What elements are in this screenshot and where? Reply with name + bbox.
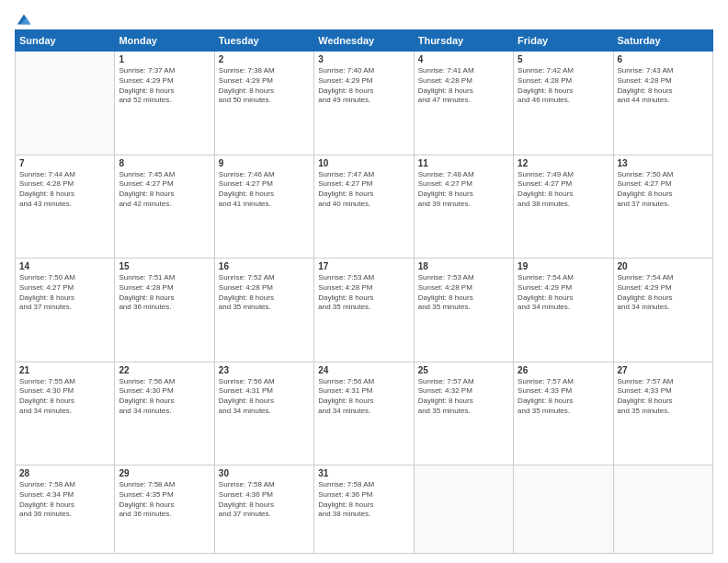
day-info: Sunrise: 7:49 AM Sunset: 4:27 PM Dayligh… [518, 170, 609, 210]
day-cell: 3Sunrise: 7:40 AM Sunset: 4:29 PM Daylig… [314, 52, 414, 155]
day-info: Sunrise: 7:57 AM Sunset: 4:33 PM Dayligh… [518, 377, 609, 417]
day-info: Sunrise: 7:48 AM Sunset: 4:27 PM Dayligh… [418, 170, 509, 210]
day-info: Sunrise: 7:56 AM Sunset: 4:31 PM Dayligh… [219, 377, 310, 417]
day-number: 10 [318, 158, 409, 168]
day-number: 12 [518, 158, 609, 168]
day-number: 3 [318, 54, 409, 64]
day-info: Sunrise: 7:53 AM Sunset: 4:28 PM Dayligh… [418, 273, 509, 313]
day-number: 9 [219, 158, 310, 168]
day-number: 17 [318, 261, 409, 271]
day-info: Sunrise: 7:42 AM Sunset: 4:28 PM Dayligh… [518, 66, 609, 106]
day-info: Sunrise: 7:37 AM Sunset: 4:29 PM Dayligh… [119, 66, 210, 106]
day-number: 22 [119, 365, 210, 375]
day-cell [613, 465, 712, 554]
day-cell: 16Sunrise: 7:52 AM Sunset: 4:28 PM Dayli… [214, 259, 313, 362]
day-cell: 25Sunrise: 7:57 AM Sunset: 4:32 PM Dayli… [414, 362, 513, 465]
day-cell: 1Sunrise: 7:37 AM Sunset: 4:29 PM Daylig… [115, 52, 214, 155]
day-number: 8 [119, 158, 210, 168]
day-info: Sunrise: 7:45 AM Sunset: 4:27 PM Dayligh… [119, 170, 210, 210]
day-cell: 28Sunrise: 7:58 AM Sunset: 4:34 PM Dayli… [16, 465, 115, 554]
day-number: 21 [19, 365, 110, 375]
logo-icon [16, 11, 32, 28]
col-header-tuesday: Tuesday [214, 30, 313, 52]
col-header-thursday: Thursday [414, 30, 513, 52]
day-cell [514, 465, 613, 554]
day-number: 14 [19, 261, 110, 271]
day-cell: 5Sunrise: 7:42 AM Sunset: 4:28 PM Daylig… [514, 52, 613, 155]
day-number: 27 [618, 365, 709, 375]
day-number: 18 [418, 261, 509, 271]
day-cell: 11Sunrise: 7:48 AM Sunset: 4:27 PM Dayli… [414, 155, 513, 259]
day-number: 4 [418, 54, 509, 64]
day-info: Sunrise: 7:51 AM Sunset: 4:28 PM Dayligh… [119, 273, 210, 313]
day-info: Sunrise: 7:54 AM Sunset: 4:29 PM Dayligh… [618, 273, 709, 313]
day-cell: 26Sunrise: 7:57 AM Sunset: 4:33 PM Dayli… [514, 362, 613, 465]
day-number: 19 [518, 261, 609, 271]
week-row-3: 14Sunrise: 7:50 AM Sunset: 4:27 PM Dayli… [16, 259, 713, 362]
header-row: SundayMondayTuesdayWednesdayThursdayFrid… [16, 30, 713, 52]
week-row-1: 1Sunrise: 7:37 AM Sunset: 4:29 PM Daylig… [16, 52, 713, 155]
day-info: Sunrise: 7:54 AM Sunset: 4:29 PM Dayligh… [518, 273, 609, 313]
day-info: Sunrise: 7:58 AM Sunset: 4:35 PM Dayligh… [119, 480, 210, 520]
day-cell: 30Sunrise: 7:58 AM Sunset: 4:36 PM Dayli… [214, 465, 313, 554]
day-info: Sunrise: 7:58 AM Sunset: 4:36 PM Dayligh… [219, 480, 310, 520]
day-cell: 19Sunrise: 7:54 AM Sunset: 4:29 PM Dayli… [514, 259, 613, 362]
day-cell [16, 52, 115, 155]
day-cell [414, 465, 513, 554]
day-info: Sunrise: 7:38 AM Sunset: 4:29 PM Dayligh… [219, 66, 310, 106]
day-info: Sunrise: 7:50 AM Sunset: 4:27 PM Dayligh… [618, 170, 709, 210]
day-number: 31 [318, 468, 409, 478]
day-cell: 10Sunrise: 7:47 AM Sunset: 4:27 PM Dayli… [314, 155, 414, 259]
day-cell: 2Sunrise: 7:38 AM Sunset: 4:29 PM Daylig… [214, 52, 313, 155]
day-number: 15 [119, 261, 210, 271]
day-cell: 6Sunrise: 7:43 AM Sunset: 4:28 PM Daylig… [613, 52, 712, 155]
day-cell: 15Sunrise: 7:51 AM Sunset: 4:28 PM Dayli… [115, 259, 214, 362]
day-number: 13 [618, 158, 709, 168]
header [15, 11, 713, 24]
day-cell: 12Sunrise: 7:49 AM Sunset: 4:27 PM Dayli… [514, 155, 613, 259]
day-cell: 31Sunrise: 7:58 AM Sunset: 4:36 PM Dayli… [314, 465, 414, 554]
day-cell: 14Sunrise: 7:50 AM Sunset: 4:27 PM Dayli… [16, 259, 115, 362]
day-cell: 8Sunrise: 7:45 AM Sunset: 4:27 PM Daylig… [115, 155, 214, 259]
day-info: Sunrise: 7:50 AM Sunset: 4:27 PM Dayligh… [19, 273, 110, 313]
col-header-monday: Monday [115, 30, 214, 52]
day-info: Sunrise: 7:43 AM Sunset: 4:28 PM Dayligh… [618, 66, 709, 106]
day-cell: 18Sunrise: 7:53 AM Sunset: 4:28 PM Dayli… [414, 259, 513, 362]
day-info: Sunrise: 7:53 AM Sunset: 4:28 PM Dayligh… [318, 273, 409, 313]
day-cell: 20Sunrise: 7:54 AM Sunset: 4:29 PM Dayli… [613, 259, 712, 362]
day-cell: 29Sunrise: 7:58 AM Sunset: 4:35 PM Dayli… [115, 465, 214, 554]
week-row-2: 7Sunrise: 7:44 AM Sunset: 4:28 PM Daylig… [16, 155, 713, 259]
day-info: Sunrise: 7:46 AM Sunset: 4:27 PM Dayligh… [219, 170, 310, 210]
col-header-sunday: Sunday [16, 30, 115, 52]
day-info: Sunrise: 7:52 AM Sunset: 4:28 PM Dayligh… [219, 273, 310, 313]
day-info: Sunrise: 7:47 AM Sunset: 4:27 PM Dayligh… [318, 170, 409, 210]
calendar-table: SundayMondayTuesdayWednesdayThursdayFrid… [15, 29, 713, 554]
week-row-4: 21Sunrise: 7:55 AM Sunset: 4:30 PM Dayli… [16, 362, 713, 465]
day-info: Sunrise: 7:55 AM Sunset: 4:30 PM Dayligh… [19, 377, 110, 417]
day-cell: 27Sunrise: 7:57 AM Sunset: 4:33 PM Dayli… [613, 362, 712, 465]
logo [15, 11, 32, 24]
day-info: Sunrise: 7:58 AM Sunset: 4:36 PM Dayligh… [318, 480, 409, 520]
day-cell: 13Sunrise: 7:50 AM Sunset: 4:27 PM Dayli… [613, 155, 712, 259]
day-info: Sunrise: 7:58 AM Sunset: 4:34 PM Dayligh… [19, 480, 110, 520]
day-number: 28 [19, 468, 110, 478]
col-header-friday: Friday [514, 30, 613, 52]
day-info: Sunrise: 7:56 AM Sunset: 4:31 PM Dayligh… [318, 377, 409, 417]
day-cell: 22Sunrise: 7:56 AM Sunset: 4:30 PM Dayli… [115, 362, 214, 465]
day-cell: 21Sunrise: 7:55 AM Sunset: 4:30 PM Dayli… [16, 362, 115, 465]
day-number: 16 [219, 261, 310, 271]
day-cell: 9Sunrise: 7:46 AM Sunset: 4:27 PM Daylig… [214, 155, 313, 259]
day-number: 24 [318, 365, 409, 375]
day-number: 23 [219, 365, 310, 375]
day-cell: 4Sunrise: 7:41 AM Sunset: 4:28 PM Daylig… [414, 52, 513, 155]
col-header-wednesday: Wednesday [314, 30, 414, 52]
day-info: Sunrise: 7:41 AM Sunset: 4:28 PM Dayligh… [418, 66, 509, 106]
day-cell: 24Sunrise: 7:56 AM Sunset: 4:31 PM Dayli… [314, 362, 414, 465]
day-number: 11 [418, 158, 509, 168]
day-number: 5 [518, 54, 609, 64]
day-info: Sunrise: 7:57 AM Sunset: 4:33 PM Dayligh… [618, 377, 709, 417]
page: SundayMondayTuesdayWednesdayThursdayFrid… [0, 0, 728, 563]
day-number: 6 [618, 54, 709, 64]
day-number: 20 [618, 261, 709, 271]
day-number: 25 [418, 365, 509, 375]
